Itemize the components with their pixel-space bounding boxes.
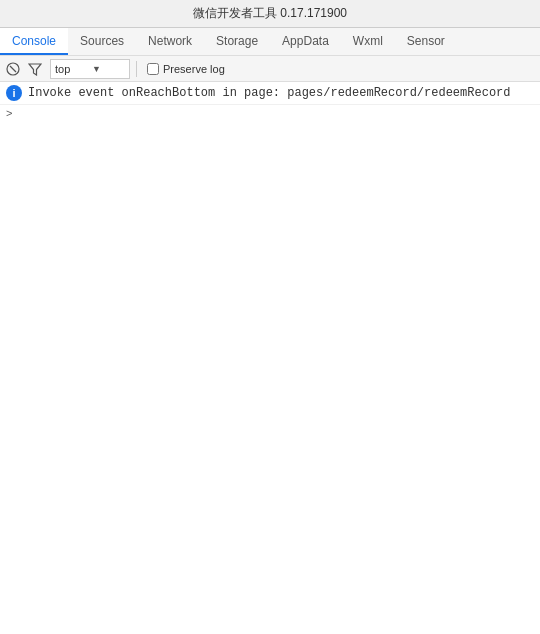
console-main-area: i Invoke event onReachBottom in page: pa… xyxy=(0,82,540,634)
toolbar-separator xyxy=(136,61,137,77)
tabs-bar: Console Sources Network Storage AppData … xyxy=(0,28,540,56)
app-title: 微信开发者工具 0.17.171900 xyxy=(193,5,347,22)
filter-button[interactable] xyxy=(26,60,44,78)
tab-wxml[interactable]: Wxml xyxy=(341,28,395,55)
console-entry: i Invoke event onReachBottom in page: pa… xyxy=(0,82,540,105)
context-selector[interactable]: top ▼ xyxy=(50,59,130,79)
preserve-log-label[interactable]: Preserve log xyxy=(147,63,225,75)
title-bar: 微信开发者工具 0.17.171900 xyxy=(0,0,540,28)
tab-network[interactable]: Network xyxy=(136,28,204,55)
tab-sensor[interactable]: Sensor xyxy=(395,28,457,55)
tab-sources[interactable]: Sources xyxy=(68,28,136,55)
console-toolbar: top ▼ Preserve log xyxy=(0,56,540,82)
tab-appdata[interactable]: AppData xyxy=(270,28,341,55)
console-entry-text: Invoke event onReachBottom in page: page… xyxy=(28,84,510,102)
console-info-icon: i xyxy=(6,85,22,101)
expand-arrow[interactable]: > xyxy=(0,105,540,121)
clear-console-button[interactable] xyxy=(4,60,22,78)
preserve-log-checkbox[interactable] xyxy=(147,63,159,75)
context-selector-arrow: ▼ xyxy=(92,64,125,74)
svg-marker-2 xyxy=(29,64,41,75)
console-output: i Invoke event onReachBottom in page: pa… xyxy=(0,82,540,634)
svg-line-1 xyxy=(10,66,16,72)
tab-storage[interactable]: Storage xyxy=(204,28,270,55)
tab-console[interactable]: Console xyxy=(0,28,68,55)
